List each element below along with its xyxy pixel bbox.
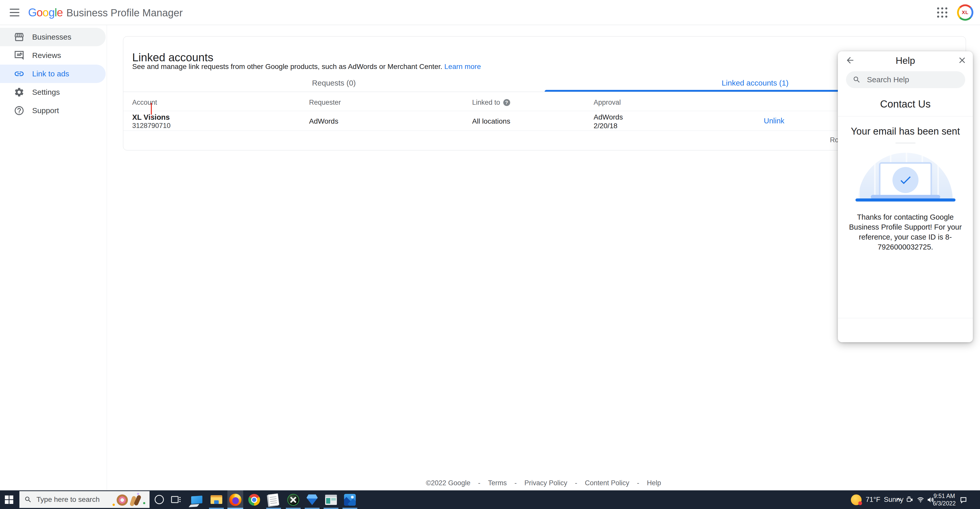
taskbar: 71°F Sunny 9:51 AM 6/3/2022 xyxy=(0,490,980,509)
windows-logo-icon xyxy=(5,495,13,504)
heading-underline xyxy=(896,143,915,143)
column-linked-to: Linked to ? xyxy=(472,99,510,107)
app-header: Google Business Profile Manager XL xyxy=(0,0,980,25)
search-icon xyxy=(853,76,861,84)
blue-diamond-app-icon xyxy=(307,495,318,505)
google-logo[interactable]: Google Business Profile Manager xyxy=(28,6,183,19)
running-indicator xyxy=(266,508,281,509)
page-footer: ©2022 Google - Terms - Privacy Policy - … xyxy=(107,479,980,487)
taskbar-app-firefox[interactable] xyxy=(228,490,243,509)
taskbar-app-chrome[interactable] xyxy=(246,490,262,509)
column-account: Account xyxy=(132,99,157,107)
taskbar-search-box[interactable] xyxy=(19,491,150,508)
laptop-illustration xyxy=(879,162,932,196)
firefox-icon xyxy=(229,494,242,506)
sidebar-item-label: Link to ads xyxy=(32,69,69,78)
clock-date: 6/3/2022 xyxy=(933,500,956,507)
privacy-policy-link[interactable]: Privacy Policy xyxy=(525,479,567,487)
dot-decor xyxy=(143,502,145,504)
checkmark-icon xyxy=(899,173,912,187)
sidebar-item-businesses[interactable]: Businesses xyxy=(0,28,106,46)
media-app-icon xyxy=(287,494,299,506)
app-window-icon xyxy=(325,495,337,505)
linked-to-help-icon[interactable]: ? xyxy=(503,99,510,106)
help-bottom-divider xyxy=(838,318,973,318)
screen: Google Business Profile Manager XL Busin… xyxy=(0,0,980,509)
sidebar-item-label: Support xyxy=(32,106,59,115)
search-doodle xyxy=(112,493,145,507)
sidebar-item-support[interactable]: Support xyxy=(0,101,106,120)
taskbar-app-this-pc[interactable] xyxy=(189,490,205,509)
product-name: Business Profile Manager xyxy=(66,7,183,19)
check-circle xyxy=(892,167,918,193)
sidebar-item-reviews[interactable]: Reviews xyxy=(0,46,106,65)
header-actions: XL xyxy=(937,4,980,21)
column-approval: Approval xyxy=(593,99,621,107)
clock-time: 9:51 AM xyxy=(934,492,955,500)
footer-help-link[interactable]: Help xyxy=(647,479,661,487)
sunny-weather-icon xyxy=(851,495,862,505)
tab-requests[interactable]: Requests (0) xyxy=(123,74,545,92)
photos-icon xyxy=(344,494,356,506)
donut-icon xyxy=(117,495,128,506)
contact-us-title[interactable]: Contact Us xyxy=(838,98,973,110)
avatar-initials: XL xyxy=(959,6,972,19)
tray-chevron-up-icon[interactable] xyxy=(894,490,904,509)
laptop-base-bar xyxy=(856,198,956,201)
menu-button[interactable] xyxy=(7,5,22,20)
column-requester: Requester xyxy=(309,99,341,107)
hamburger-icon xyxy=(10,9,19,10)
wifi-icon[interactable] xyxy=(916,490,925,509)
unlink-button[interactable]: Unlink xyxy=(754,117,794,125)
rate-review-icon xyxy=(14,50,24,61)
help-circle-icon xyxy=(14,105,24,116)
taskbar-app-file-explorer[interactable] xyxy=(208,490,224,509)
windows-start-button[interactable] xyxy=(0,490,18,509)
gear-icon xyxy=(14,87,24,97)
help-search-bar[interactable] xyxy=(846,71,965,88)
close-icon[interactable] xyxy=(956,54,968,67)
taskbar-clock[interactable]: 9:51 AM 6/3/2022 xyxy=(932,490,956,509)
search-icon xyxy=(24,496,32,503)
help-panel-title: Help xyxy=(838,56,973,66)
sidebar-item-link-to-ads[interactable]: Link to ads xyxy=(0,65,106,83)
terms-link[interactable]: Terms xyxy=(488,479,507,487)
taskbar-app-media[interactable] xyxy=(285,490,301,509)
approval-date: 2/20/18 xyxy=(593,122,617,130)
this-pc-icon xyxy=(191,495,202,504)
help-search-input[interactable] xyxy=(866,75,952,84)
running-indicator xyxy=(209,508,224,509)
sidebar-item-label: Settings xyxy=(32,88,60,97)
meet-now-camera-icon[interactable] xyxy=(905,490,915,509)
content-policy-link[interactable]: Content Policy xyxy=(585,479,629,487)
action-center-icon[interactable] xyxy=(959,490,968,509)
page-title: Linked accounts xyxy=(132,51,213,64)
apps-grid-icon[interactable] xyxy=(937,7,947,18)
cortana-icon[interactable] xyxy=(155,495,164,504)
email-sent-illustration xyxy=(853,149,958,203)
footer-separator: - xyxy=(575,479,577,487)
confirmation-message: Thanks for contacting Google Business Pr… xyxy=(844,212,967,252)
linked-to-value: All locations xyxy=(472,117,510,125)
learn-more-link[interactable]: Learn more xyxy=(444,62,481,70)
sidebar-item-label: Businesses xyxy=(32,33,71,41)
account-avatar[interactable]: XL xyxy=(957,4,974,21)
taskbar-app-photos[interactable] xyxy=(342,490,358,509)
link-icon xyxy=(14,69,24,79)
requester-value: AdWords xyxy=(309,117,339,125)
task-view-icon[interactable] xyxy=(170,495,182,505)
sidebar-item-settings[interactable]: Settings xyxy=(0,83,106,101)
taskbar-app-blue-diamond[interactable] xyxy=(304,490,320,509)
running-indicator xyxy=(286,508,301,509)
help-panel: Help Contact Us Your email has been sent… xyxy=(838,51,973,342)
email-sent-heading: Your email has been sent xyxy=(838,126,973,137)
taskbar-app-window[interactable] xyxy=(323,490,339,509)
weather-temperature: 71°F xyxy=(865,496,880,504)
approval-product: AdWords xyxy=(593,113,623,121)
chrome-icon xyxy=(248,494,260,506)
taskbar-search-input[interactable] xyxy=(36,495,108,504)
footer-separator: - xyxy=(478,479,480,487)
taskbar-app-notepad[interactable] xyxy=(266,490,282,509)
red-cursor-marker xyxy=(151,103,152,115)
running-indicator xyxy=(342,508,357,509)
